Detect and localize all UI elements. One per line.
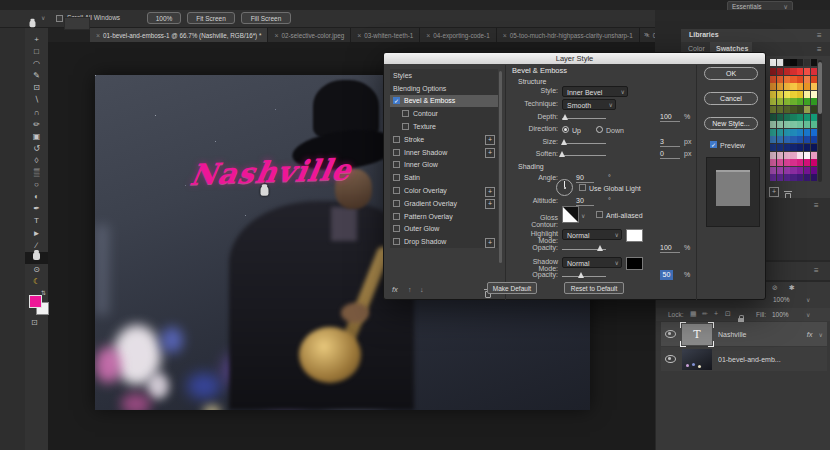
style-item-outer-glow[interactable]: Outer Glow <box>390 223 498 236</box>
layer-thumbnail[interactable] <box>682 349 712 370</box>
document-tab-1[interactable]: ×01-bevel-and-emboss-1 @ 66.7% (Nashvill… <box>90 28 268 42</box>
swatch[interactable] <box>811 59 817 66</box>
swatch[interactable] <box>770 91 776 98</box>
new-style-button[interactable]: New Style... <box>704 117 758 130</box>
style-item-contour[interactable]: Contour <box>390 107 498 120</box>
swatch[interactable] <box>770 106 776 113</box>
swatch[interactable] <box>797 121 803 128</box>
opacity-value[interactable]: 100% <box>773 296 790 304</box>
make-default-button[interactable]: Make Default <box>487 282 537 294</box>
swatch[interactable] <box>804 152 810 159</box>
swatch[interactable] <box>804 98 810 105</box>
swatch[interactable] <box>811 167 817 174</box>
fill-value[interactable]: 100% <box>772 311 789 319</box>
layer-name[interactable]: Nashville <box>718 331 801 338</box>
style-checkbox[interactable] <box>393 161 400 168</box>
tool-quick-selection[interactable]: ✎ <box>25 70 48 82</box>
fx-expand-icon[interactable]: ∨ <box>819 331 823 338</box>
move-effect-down-icon[interactable]: ↓ <box>420 286 424 293</box>
panel-menu-icon[interactable]: ≡ <box>817 45 822 54</box>
technique-dropdown[interactable]: Smooth ∨ <box>562 99 616 110</box>
swatch[interactable] <box>777 91 783 98</box>
style-checkbox[interactable] <box>393 213 400 220</box>
swatch[interactable] <box>811 159 817 166</box>
swatch[interactable] <box>784 68 790 75</box>
swatch[interactable] <box>777 136 783 143</box>
style-dropdown[interactable]: Inner Bevel ∨ <box>562 86 628 97</box>
style-checkbox[interactable] <box>393 238 400 245</box>
add-instance-icon[interactable]: + <box>485 148 495 158</box>
tool-crop[interactable]: ⊡ <box>25 82 48 94</box>
swatch[interactable] <box>790 106 796 113</box>
swatch[interactable] <box>790 91 796 98</box>
swatch[interactable] <box>784 174 790 181</box>
swatch[interactable] <box>797 159 803 166</box>
tool-rectangular-marquee[interactable]: □ <box>25 46 48 58</box>
swatch[interactable] <box>790 83 796 90</box>
swatch[interactable] <box>804 59 810 66</box>
angle-dial[interactable] <box>556 179 573 196</box>
soften-value[interactable]: 0 <box>660 149 680 159</box>
layer-row-image[interactable]: 01-bevel-and-emb... <box>661 347 827 371</box>
highlight-opacity-value[interactable]: 100 <box>660 243 680 253</box>
swatch[interactable] <box>797 83 803 90</box>
swatch[interactable] <box>784 76 790 83</box>
swatch[interactable] <box>790 76 796 83</box>
scroll-all-windows-checkbox[interactable] <box>56 15 63 22</box>
tool-zoom[interactable]: ⊙ <box>25 264 48 276</box>
swatch[interactable] <box>777 159 783 166</box>
style-checkbox[interactable] <box>402 110 409 117</box>
direction-up-radio[interactable] <box>562 126 569 133</box>
chevron-down-icon[interactable]: ∨ <box>41 14 45 21</box>
swatch[interactable] <box>811 91 817 98</box>
swatch[interactable] <box>777 121 783 128</box>
swatch[interactable] <box>770 59 776 66</box>
style-checkbox[interactable] <box>393 200 400 207</box>
swatch[interactable] <box>784 167 790 174</box>
swatch[interactable] <box>804 76 810 83</box>
swatch[interactable] <box>784 59 790 66</box>
cancel-button[interactable]: Cancel <box>704 92 758 105</box>
style-checkbox[interactable] <box>393 174 400 181</box>
swatch[interactable] <box>804 167 810 174</box>
ok-button[interactable]: OK <box>704 67 758 80</box>
swatch[interactable] <box>811 106 817 113</box>
style-item-inner-shadow[interactable]: Inner Shadow+ <box>390 146 498 159</box>
swatch[interactable] <box>797 106 803 113</box>
panel-menu-icon[interactable]: ≡ <box>814 266 819 275</box>
swatch[interactable] <box>770 144 776 151</box>
swatch[interactable] <box>797 174 803 181</box>
lock-position-icon[interactable]: + <box>714 310 718 317</box>
tool-pen[interactable]: ✒ <box>25 203 48 215</box>
swatch[interactable] <box>770 129 776 136</box>
swatch[interactable] <box>797 68 803 75</box>
swatch[interactable] <box>784 159 790 166</box>
swatch[interactable] <box>797 59 803 66</box>
swatch[interactable] <box>811 121 817 128</box>
swatch[interactable] <box>804 121 810 128</box>
tool-gradient[interactable]: ▒ <box>25 167 48 179</box>
close-tab-icon[interactable]: × <box>503 32 507 39</box>
swatch[interactable] <box>790 167 796 174</box>
swatch[interactable] <box>797 136 803 143</box>
swatch[interactable] <box>790 59 796 66</box>
color-tab[interactable]: Color <box>688 45 705 52</box>
style-checkbox[interactable] <box>402 123 409 130</box>
lock-icon[interactable]: ⊘ <box>772 284 778 292</box>
canvas-text-layer[interactable]: Nashville <box>187 152 354 192</box>
swatch[interactable] <box>797 98 803 105</box>
lock-transparent-icon[interactable]: ▦ <box>690 310 697 318</box>
panel-menu-icon[interactable]: ≡ <box>817 31 822 40</box>
swatch[interactable] <box>804 159 810 166</box>
swatch[interactable] <box>784 144 790 151</box>
highlight-mode-dropdown[interactable]: Normal ∨ <box>562 229 622 240</box>
tool-clone-stamp[interactable]: ▣ <box>25 131 48 143</box>
swatch[interactable] <box>811 152 817 159</box>
swatch[interactable] <box>777 167 783 174</box>
swatch[interactable] <box>784 114 790 121</box>
anti-aliased-checkbox[interactable] <box>596 211 603 218</box>
swatch[interactable] <box>811 68 817 75</box>
tool-history-brush[interactable]: ↺ <box>25 143 48 155</box>
style-item-satin[interactable]: Satin <box>390 171 498 184</box>
fit-screen-button[interactable]: Fit Screen <box>187 12 235 24</box>
